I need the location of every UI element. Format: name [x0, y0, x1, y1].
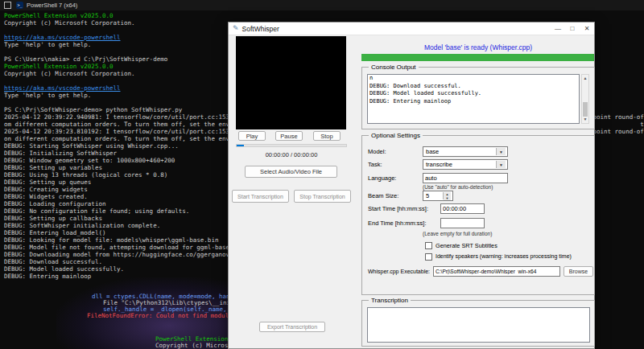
console-line: DEBUG: Download successful. [368, 83, 579, 91]
task-select-value: transcribe [425, 161, 496, 168]
model-label: Model: [368, 148, 386, 155]
scrollbar-thumb[interactable] [583, 102, 588, 117]
transcription-area[interactable] [367, 307, 590, 343]
maximize-button[interactable]: □ [565, 23, 580, 35]
pause-button[interactable]: Pause [275, 131, 303, 141]
end-time-label: End Time [hh:mm:ss]: [368, 220, 427, 227]
optional-settings-group: Optional Settings Model: base ▼ Task: tr… [361, 135, 595, 295]
time-display: 00:00:00 / 00:00:00 [236, 151, 347, 158]
start-time-input[interactable] [440, 203, 485, 214]
scroll-up-icon[interactable]: ▲ [582, 75, 588, 82]
softwhisper-app-icon: ✎ [233, 25, 239, 32]
start-transcription-button[interactable]: Start Transcription [232, 190, 289, 203]
language-input[interactable] [423, 173, 508, 183]
task-label: Task: [368, 161, 382, 168]
model-status-text: Model 'base' is ready (Whisper.cpp) [361, 43, 595, 51]
console-scrollbar[interactable]: ▲ ▼ [581, 74, 589, 124]
console-output-group-label: Console Output [369, 64, 419, 71]
identify-speakers-checkbox[interactable] [425, 253, 432, 261]
chevron-down-icon[interactable]: ▼ [496, 161, 506, 168]
console-output-group: Console Output nDEBUG: Download successf… [361, 67, 595, 129]
screen: >_ PowerShell 7 (x64) PowerShell Extensi… [0, 0, 644, 349]
minimize-button[interactable]: — [551, 23, 565, 35]
language-note: (Use "auto" for auto-detection) [423, 184, 493, 190]
video-preview [236, 36, 346, 129]
stop-transcription-button[interactable]: Stop Transcription [294, 190, 351, 203]
stop-button[interactable]: Stop [313, 131, 341, 141]
console-output-area[interactable]: nDEBUG: Download successful.DEBUG: Model… [367, 74, 580, 124]
terminal-tab[interactable]: >_ PowerShell 7 (x64) [16, 2, 77, 9]
transcription-group: Transcription [361, 300, 595, 347]
generate-srt-checkbox[interactable] [425, 242, 432, 249]
executable-path-input[interactable] [433, 266, 560, 277]
model-select-value: base [425, 148, 496, 155]
terminal-tab-bar: >_ PowerShell 7 (x64) [0, 0, 644, 10]
task-select[interactable]: transcribe ▼ [423, 159, 508, 170]
terminal-line: PowerShell Extension v2025.0.0 [4, 12, 644, 19]
media-progress-fill [237, 145, 244, 146]
terminal-line: FileNotFoundError: Could not find module [87, 313, 233, 319]
start-time-label: Start Time [hh:mm:ss]: [368, 205, 428, 212]
softwhisper-titlebar[interactable]: ✎ SoftWhisper — □ ✕ [229, 23, 594, 35]
window-icon [4, 2, 11, 9]
select-file-button[interactable]: Select Audio/Video File [245, 166, 337, 178]
play-button[interactable]: Play [238, 131, 266, 141]
end-time-input[interactable] [440, 218, 485, 228]
chevron-down-icon[interactable]: ▼ [496, 148, 506, 155]
terminal-tab-title: PowerShell 7 (x64) [27, 2, 77, 9]
beam-size-value: 5 [425, 192, 443, 199]
generate-srt-label: Generate SRT Subtitles [436, 242, 497, 249]
softwhisper-window: ✎ SoftWhisper — □ ✕ Play Pause Stop 00:0… [228, 22, 595, 349]
beam-size-stepper[interactable]: 5 ▲ ▼ [423, 191, 453, 201]
softwhisper-title: SoftWhisper [242, 25, 279, 33]
console-line: n [368, 75, 579, 83]
beam-size-label: Beam Size: [368, 192, 398, 199]
powershell-icon: >_ [16, 2, 23, 9]
model-select[interactable]: base ▼ [423, 146, 508, 157]
close-button[interactable]: ✕ [580, 23, 594, 35]
console-line: DEBUG: Entering mainloop [368, 98, 579, 106]
identify-speakers-label: Identify speakers (warning: increases pr… [436, 253, 572, 259]
language-label: Language: [368, 174, 396, 182]
media-progress-bar[interactable] [236, 144, 347, 147]
browse-button[interactable]: Browse [564, 266, 593, 277]
export-transcription-button[interactable]: Export Transcription [259, 322, 325, 332]
console-line: DEBUG: Model loaded successfully. [368, 90, 579, 98]
spin-down-icon[interactable]: ▼ [444, 196, 451, 200]
optional-settings-group-label: Optional Settings [369, 132, 423, 139]
executable-label: Whisper.cpp Executable: [368, 269, 430, 274]
end-time-note: (Leave empty for full duration) [423, 231, 492, 236]
scroll-down-icon[interactable]: ▼ [582, 116, 588, 123]
model-progress-bar [361, 54, 594, 61]
transcription-group-label: Transcription [369, 297, 411, 304]
